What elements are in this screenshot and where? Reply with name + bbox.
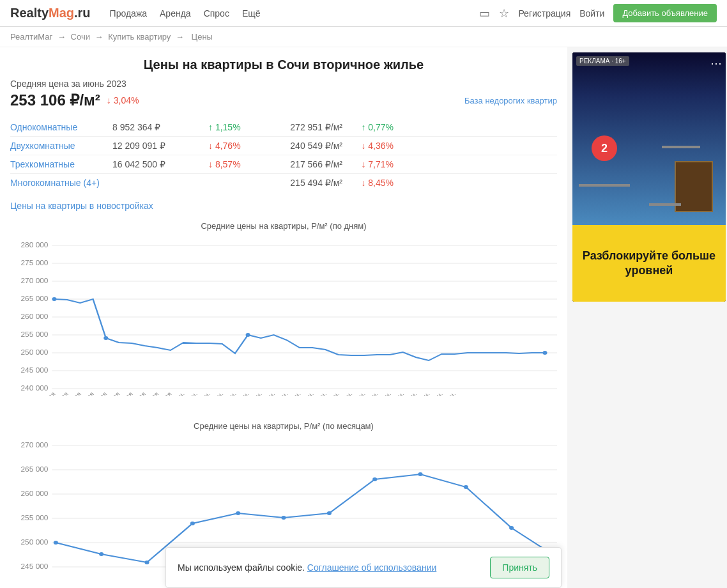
nav-rent[interactable]: Аренда bbox=[160, 8, 191, 19]
logo-ru: .ru bbox=[74, 6, 91, 20]
sqm-change-1: ↑ 0,77% bbox=[342, 122, 394, 132]
chart-dot-m bbox=[236, 511, 240, 515]
chart-daily-container: 280 000 275 000 270 000 265 000 260 000 … bbox=[10, 236, 557, 408]
avg-price-row: 253 106 ₽/м² ↓ 3,04% База недорогих квар… bbox=[10, 91, 557, 109]
svg-text:240 000: 240 000 bbox=[21, 385, 49, 392]
total-price-2: 12 209 091 ₽ bbox=[112, 141, 208, 151]
ad-platform-3 bbox=[649, 203, 681, 206]
room-type-4[interactable]: Многокомнатные (4+) bbox=[10, 178, 112, 188]
svg-text:245 000: 245 000 bbox=[21, 563, 49, 570]
breadcrumb-buy[interactable]: Купить квартиру bbox=[108, 32, 171, 42]
room-type-3[interactable]: Трехкомнатные bbox=[10, 159, 112, 169]
star-icon[interactable]: ☆ bbox=[499, 6, 509, 20]
ad-text: Разблокируйте больше уровней bbox=[579, 249, 719, 279]
nav-links: Продажа Аренда Спрос Ещё bbox=[110, 8, 261, 19]
chart-dot-m bbox=[372, 477, 377, 481]
cookie-bar: Мы используем файлы cookie. Соглашение о… bbox=[165, 547, 562, 588]
newbuild-link[interactable]: Цены на квартиры в новостройках bbox=[10, 201, 557, 211]
chart-dot bbox=[52, 297, 56, 301]
ad-box: РЕКЛАМА · 16+ ⋯ 2 Разблокируйте больше у… bbox=[572, 52, 726, 302]
chart-dot-m bbox=[281, 516, 286, 520]
svg-text:270 000: 270 000 bbox=[21, 442, 49, 449]
svg-text:250 000: 250 000 bbox=[21, 539, 49, 546]
breadcrumb-sep-2: → bbox=[95, 32, 106, 42]
sqm-price-2: 240 549 ₽/м² bbox=[259, 141, 342, 151]
breadcrumb: РеалтиМаг → Сочи → Купить квартиру → Цен… bbox=[0, 27, 727, 47]
logo-mag: Mag bbox=[49, 6, 74, 20]
chart-dot-m bbox=[144, 561, 149, 564]
header: RealtyMag.ru Продажа Аренда Спрос Ещё ▭ … bbox=[0, 0, 727, 27]
ad-number: 2 bbox=[592, 135, 617, 161]
cookie-text: Мы используем файлы cookie. Соглашение о… bbox=[178, 562, 480, 573]
chart-dot bbox=[542, 351, 547, 355]
page-title: Цены на квартиры в Сочи вторичное жилье bbox=[10, 58, 557, 72]
chart-monthly-title: Средние цены на квартиры, Р/м² (по месяц… bbox=[10, 421, 557, 431]
header-right: ▭ ☆ Регистрация Войти Добавить объявлени… bbox=[479, 4, 717, 22]
chart-dot-m bbox=[327, 511, 332, 515]
svg-text:255 000: 255 000 bbox=[21, 331, 49, 338]
chart-dot bbox=[246, 333, 250, 337]
room-type-1[interactable]: Однокомнатные bbox=[10, 122, 112, 132]
sqm-change-4: ↓ 8,45% bbox=[342, 178, 394, 188]
room-type-2[interactable]: Двухкомнатные bbox=[10, 141, 112, 151]
chart-dot-m bbox=[190, 522, 195, 525]
breadcrumb-home[interactable]: РеалтиМаг bbox=[10, 32, 52, 42]
total-price-1: 8 952 364 ₽ bbox=[112, 122, 208, 132]
sqm-price-4: 215 494 ₽/м² bbox=[259, 178, 342, 188]
breadcrumb-sep-1: → bbox=[57, 32, 68, 42]
sqm-change-3: ↓ 7,71% bbox=[342, 159, 394, 169]
logo[interactable]: RealtyMag.ru bbox=[10, 6, 91, 20]
chart-dot-m bbox=[464, 485, 468, 489]
total-price-3: 16 042 500 ₽ bbox=[112, 159, 208, 169]
ad-options-icon[interactable]: ⋯ bbox=[710, 56, 722, 70]
main-content: Цены на квартиры в Сочи вторичное жилье … bbox=[0, 47, 567, 588]
cheap-link[interactable]: База недорогих квартир bbox=[464, 96, 557, 105]
chart-dot-m bbox=[509, 526, 514, 530]
svg-text:250 000: 250 000 bbox=[21, 349, 49, 356]
total-change-3: ↓ 8,57% bbox=[208, 159, 259, 169]
svg-text:260 000: 260 000 bbox=[21, 490, 49, 497]
logo-realty: Realty bbox=[10, 6, 49, 20]
svg-text:260 000: 260 000 bbox=[21, 313, 49, 320]
register-link[interactable]: Регистрация bbox=[518, 8, 570, 19]
svg-text:275 000: 275 000 bbox=[21, 259, 49, 267]
table-row: Многокомнатные (4+) 215 494 ₽/м² ↓ 8,45% bbox=[10, 174, 557, 192]
cookie-link[interactable]: Соглашение об использовании bbox=[307, 562, 436, 573]
svg-text:265 000: 265 000 bbox=[21, 295, 49, 302]
avg-price: 253 106 ₽/м² bbox=[10, 91, 100, 109]
breadcrumb-sochi[interactable]: Сочи bbox=[71, 32, 90, 42]
chart-daily-svg: 280 000 275 000 270 000 265 000 260 000 … bbox=[10, 236, 557, 396]
sqm-price-1: 272 951 ₽/м² bbox=[259, 122, 342, 132]
nav-sale[interactable]: Продажа bbox=[110, 8, 147, 19]
nav-more[interactable]: Ещё bbox=[242, 8, 261, 19]
table-row: Трехкомнатные 16 042 500 ₽ ↓ 8,57% 217 5… bbox=[10, 155, 557, 174]
ad-badge: РЕКЛАМА · 16+ bbox=[576, 56, 629, 66]
chart-dot bbox=[103, 336, 108, 340]
ad-banner: Разблокируйте больше уровней bbox=[572, 225, 726, 302]
nav-demand[interactable]: Спрос bbox=[204, 8, 229, 19]
avg-label: Средняя цена за июнь 2023 bbox=[10, 79, 557, 89]
chart-daily-title: Средние цены на квартиры, Р/м² (по дням) bbox=[10, 221, 557, 231]
chart-dot-m bbox=[54, 541, 58, 545]
breadcrumb-current: Цены bbox=[192, 32, 213, 42]
avg-change: ↓ 3,04% bbox=[107, 95, 139, 105]
breadcrumb-sep-3: → bbox=[176, 32, 187, 42]
chart-dot-m bbox=[418, 472, 422, 476]
login-link[interactable]: Войти bbox=[579, 8, 604, 19]
cookie-accept-button[interactable]: Принять bbox=[490, 557, 549, 578]
ad-background: 2 bbox=[572, 52, 726, 225]
total-change-2: ↓ 4,76% bbox=[208, 141, 259, 151]
sidebar: РЕКЛАМА · 16+ ⋯ 2 Разблокируйте больше у… bbox=[567, 47, 727, 588]
svg-text:280 000: 280 000 bbox=[21, 242, 49, 249]
sqm-price-3: 217 566 ₽/м² bbox=[259, 159, 342, 169]
sqm-change-2: ↓ 4,36% bbox=[342, 141, 394, 151]
chart-dot-m bbox=[99, 552, 103, 556]
chart-daily: Средние цены на квартиры, Р/м² (по дням)… bbox=[10, 221, 557, 408]
total-change-1: ↑ 1,15% bbox=[208, 122, 259, 132]
ad-platform-2 bbox=[662, 146, 700, 148]
copy-icon[interactable]: ▭ bbox=[479, 6, 490, 20]
chart-daily-line bbox=[54, 299, 545, 360]
add-listing-button[interactable]: Добавить объявление bbox=[613, 4, 717, 22]
price-table: Однокомнатные 8 952 364 ₽ ↑ 1,15% 272 95… bbox=[10, 118, 557, 192]
svg-text:245 000: 245 000 bbox=[21, 367, 49, 374]
